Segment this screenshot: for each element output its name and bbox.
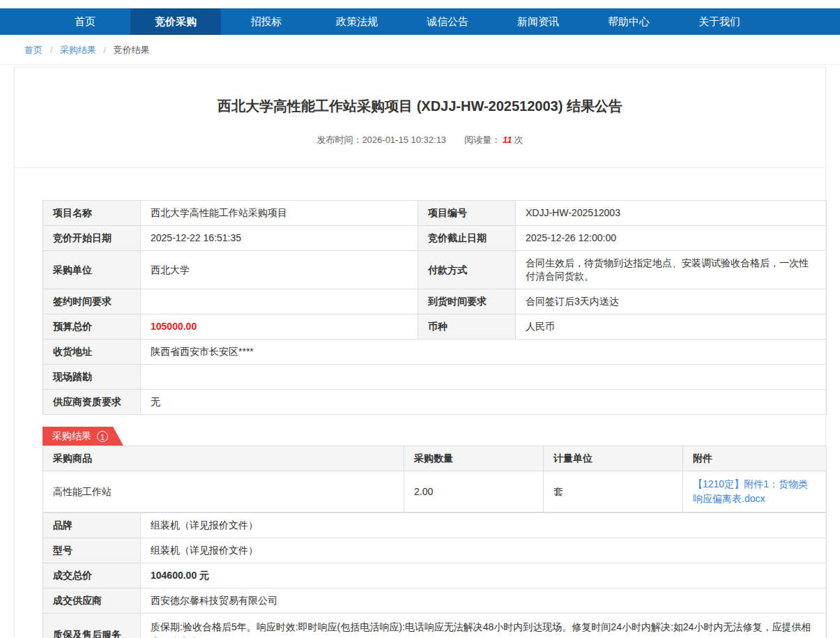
- table-row: 型号 组装机（详见报价文件）: [43, 538, 827, 563]
- table-row: 现场踏勘: [43, 365, 827, 390]
- info-value: 西北大学高性能工作站采购项目: [141, 201, 418, 226]
- breadcrumb-current: 竞价结果: [114, 45, 150, 55]
- views-label: 阅读量：: [464, 135, 501, 145]
- announcement-card: 西北大学高性能工作站采购项目 (XDJJ-HW-202512003) 结果公告 …: [14, 67, 826, 638]
- deal-detail-table: 品牌 组装机（详见报价文件） 型号 组装机（详见报价文件） 成交总价 10460…: [43, 512, 827, 638]
- info-label: 到货时间要求: [418, 289, 516, 314]
- info-value: 合同生效后，待货物到达指定地点、安装调试验收合格后，一次性付清合同货款。: [516, 251, 827, 289]
- nav-item-integrity-notice[interactable]: 诚信公告: [402, 8, 493, 35]
- column-header-product: 采购商品: [43, 446, 404, 471]
- table-row: 项目名称 西北大学高性能工作站采购项目 项目编号 XDJJ-HW-2025120…: [43, 201, 827, 226]
- result-badge: 采购结果 1: [43, 427, 123, 446]
- info-label: 付款方式: [418, 251, 516, 289]
- supplier-name: 西安德尔馨科技贸易有限公司: [141, 588, 827, 614]
- table-row: 采购单位 西北大学 付款方式 合同生效后，待货物到达指定地点、安装调试验收合格后…: [43, 251, 827, 289]
- table-header-row: 采购商品 采购数量 计量单位 附件: [43, 446, 827, 471]
- table-row: 品牌 组装机（详见报价文件）: [43, 513, 827, 538]
- info-value: 人民币: [516, 314, 827, 340]
- nav-item-help-center[interactable]: 帮助中心: [583, 8, 674, 35]
- article-meta: 发布时间：2026-01-15 10:32:13阅读量：11次: [15, 134, 825, 146]
- product-quantity: 2.00: [404, 471, 544, 512]
- result-badge-number: 1: [97, 431, 108, 442]
- table-row: 质保及售后服务 质保期:验收合格后5年。响应时效:即时响应(包括电活响应):电话…: [43, 614, 827, 638]
- column-header-unit: 计量单位: [544, 446, 683, 471]
- publish-time-label: 发布时间：: [316, 135, 362, 145]
- detail-value: 组装机（详见报价文件）: [141, 538, 827, 563]
- deal-total-price: 104600.00 元: [141, 563, 827, 588]
- info-value: [141, 289, 418, 314]
- result-badge-label: 采购结果: [52, 430, 91, 443]
- info-label: 供应商资质要求: [43, 390, 141, 415]
- nav-item-policy[interactable]: 政策法规: [312, 8, 402, 35]
- info-value: XDJJ-HW-202512003: [516, 201, 827, 226]
- info-value: 陕西省西安市长安区****: [141, 340, 827, 365]
- nav-item-home[interactable]: 首页: [40, 8, 130, 35]
- budget-total-value: 105000.00: [141, 314, 418, 340]
- info-value: [141, 365, 827, 390]
- breadcrumb: 首页 / 采购结果 / 竞价结果: [0, 35, 840, 65]
- views-count: 11: [503, 135, 512, 145]
- page-title: 西北大学高性能工作站采购项目 (XDJJ-HW-202512003) 结果公告: [15, 97, 825, 116]
- breadcrumb-separator: /: [50, 45, 53, 55]
- info-value: 合同签订后3天内送达: [516, 289, 827, 314]
- header-divider: [15, 167, 825, 168]
- info-label: 预算总价: [43, 314, 141, 340]
- publish-time-value: 2026-01-15 10:32:13: [362, 135, 446, 145]
- table-row: 签约时间要求 到货时间要求 合同签订后3天内送达: [43, 289, 827, 314]
- info-label: 采购单位: [43, 251, 141, 289]
- top-navigation: 首页 竞价采购 招投标 政策法规 诚信公告 新闻资讯 帮助中心 关于我们: [0, 8, 840, 35]
- info-value: 2025-12-26 12:00:00: [516, 226, 827, 251]
- warranty-service-value: 质保期:验收合格后5年。响应时效:即时响应(包括电活响应):电话响应无法解决48…: [141, 614, 827, 638]
- table-row: 成交供应商 西安德尔馨科技贸易有限公司: [43, 588, 827, 614]
- info-value: 西北大学: [141, 251, 418, 289]
- product-name: 高性能工作站: [43, 471, 404, 512]
- detail-value: 组装机（详见报价文件）: [141, 513, 827, 538]
- info-label: 收货地址: [43, 340, 141, 365]
- project-info-table: 项目名称 西北大学高性能工作站采购项目 项目编号 XDJJ-HW-2025120…: [43, 200, 827, 415]
- table-row: 预算总价 105000.00 币种 人民币: [43, 314, 827, 340]
- info-value: 2025-12-22 16:51:35: [141, 226, 418, 251]
- column-header-quantity: 采购数量: [404, 446, 544, 471]
- info-label: 竞价截止日期: [418, 226, 516, 251]
- info-label: 签约时间要求: [43, 289, 141, 314]
- breadcrumb-separator: /: [104, 45, 107, 55]
- table-row: 成交总价 104600.00 元: [43, 563, 827, 588]
- info-label: 项目编号: [418, 201, 516, 226]
- product-unit: 套: [544, 471, 683, 512]
- detail-label: 品牌: [43, 513, 141, 538]
- table-row: 高性能工作站 2.00 套 【1210定】附件1：货物类响应偏离表.docx: [43, 471, 827, 512]
- info-label: 竞价开始日期: [43, 226, 141, 251]
- nav-item-news[interactable]: 新闻资讯: [493, 8, 583, 35]
- breadcrumb-home[interactable]: 首页: [24, 45, 43, 55]
- detail-label: 成交供应商: [43, 588, 141, 614]
- table-row: 供应商资质要求 无: [43, 390, 827, 415]
- nav-item-about-us[interactable]: 关于我们: [674, 8, 765, 35]
- views-unit: 次: [514, 135, 524, 145]
- nav-item-tender[interactable]: 招投标: [221, 8, 312, 35]
- table-row: 竞价开始日期 2025-12-22 16:51:35 竞价截止日期 2025-1…: [43, 226, 827, 251]
- info-value: 无: [141, 390, 827, 415]
- column-header-attachment: 附件: [683, 446, 827, 471]
- detail-label: 型号: [43, 538, 141, 563]
- detail-label: 成交总价: [43, 563, 141, 588]
- detail-label: 质保及售后服务: [43, 614, 141, 638]
- info-label: 现场踏勘: [43, 365, 141, 390]
- info-label: 币种: [418, 314, 516, 340]
- attachment-link[interactable]: 【1210定】附件1：货物类响应偏离表.docx: [693, 477, 816, 506]
- breadcrumb-purchase-results[interactable]: 采购结果: [60, 45, 96, 55]
- table-row: 收货地址 陕西省西安市长安区****: [43, 340, 827, 365]
- purchase-result-table: 采购商品 采购数量 计量单位 附件 高性能工作站 2.00 套 【1210定】附…: [43, 446, 827, 512]
- info-label: 项目名称: [43, 201, 141, 226]
- nav-item-bidding-purchase[interactable]: 竞价采购: [130, 8, 221, 35]
